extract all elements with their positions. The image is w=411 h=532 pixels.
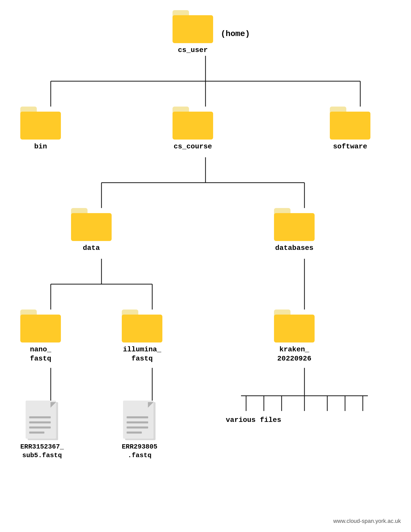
folder-nano-fastq: nano_fastq [20, 310, 61, 364]
folder-icon-kraken [274, 310, 315, 342]
folder-icon-databases [274, 208, 315, 241]
file-err293805: ERR293805.fastq [122, 401, 157, 460]
folder-icon-data [71, 208, 112, 241]
watermark: www.cloud-span.york.ac.uk [333, 518, 401, 524]
various-files-label: various files [226, 416, 281, 424]
folder-label-bin: bin [34, 142, 47, 151]
home-label: (home) [221, 29, 250, 39]
folder-icon-illumina-fastq [122, 310, 162, 342]
folder-label-databases: databases [275, 244, 313, 253]
folder-icon-cs-user [173, 10, 213, 43]
file-icon-err293805 [123, 401, 156, 440]
folder-icon-nano-fastq [20, 310, 61, 342]
folder-kraken: kraken_20220926 [274, 310, 315, 364]
folder-bin: bin [20, 107, 61, 151]
folder-label-software: software [333, 142, 367, 151]
file-err3152367: ERR3152367_sub5.fastq [20, 401, 64, 460]
folder-label-cs-user: cs_user [178, 46, 208, 55]
folder-icon-software [330, 107, 370, 140]
folder-illumina-fastq: illumina_fastq [122, 310, 162, 364]
folder-label-kraken: kraken_20220926 [277, 345, 311, 364]
folder-cs-course: cs_course [173, 107, 213, 151]
folder-software: software [330, 107, 370, 151]
folder-label-data: data [83, 244, 100, 253]
file-label-err3152367: ERR3152367_sub5.fastq [20, 443, 64, 460]
folder-databases: databases [274, 208, 315, 253]
folder-data: data [71, 208, 112, 253]
folder-label-illumina-fastq: illumina_fastq [123, 345, 161, 364]
folder-label-cs-course: cs_course [174, 142, 212, 151]
folder-icon-cs-course [173, 107, 213, 140]
file-icon-err3152367 [26, 401, 59, 440]
file-label-err293805: ERR293805.fastq [122, 443, 157, 460]
folder-icon-bin [20, 107, 61, 140]
folder-cs-user: cs_user [173, 10, 213, 55]
diagram: cs_user (home) bin cs_course software da… [0, 0, 411, 532]
folder-label-nano-fastq: nano_fastq [30, 345, 51, 364]
